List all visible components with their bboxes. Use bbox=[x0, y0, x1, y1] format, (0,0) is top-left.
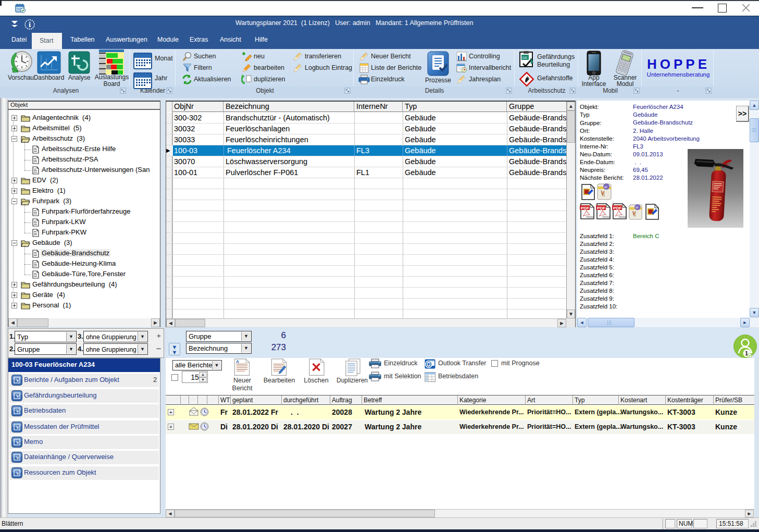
svg-text:PDF: PDF bbox=[597, 206, 605, 211]
svg-text:W: W bbox=[636, 206, 639, 209]
svg-text:dat: dat bbox=[522, 56, 527, 59]
svg-text:Adobe: Adobe bbox=[602, 215, 610, 218]
svg-text:PDF: PDF bbox=[581, 206, 589, 211]
svg-text:W: W bbox=[604, 185, 607, 189]
svg-text:Adobe: Adobe bbox=[618, 215, 626, 218]
svg-text:A: A bbox=[236, 359, 239, 364]
svg-text:Adobe: Adobe bbox=[586, 215, 594, 218]
svg-text:PDF: PDF bbox=[613, 206, 621, 211]
